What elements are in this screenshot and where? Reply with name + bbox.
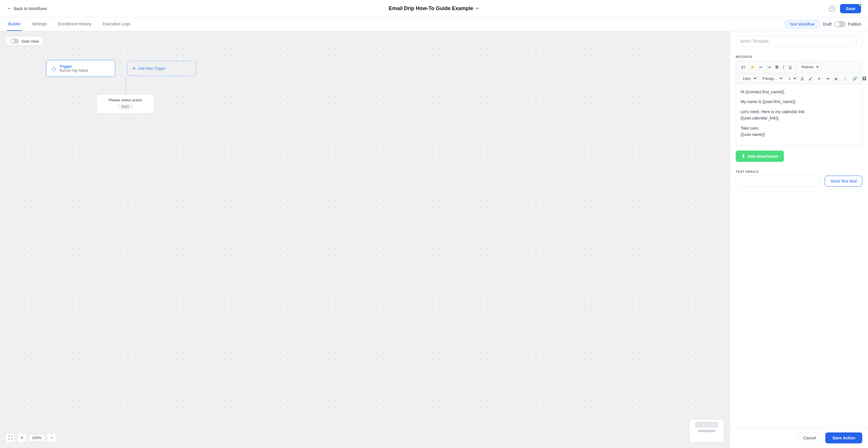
editor-line-4: Take care,{{user.name}} [741,125,857,138]
text-color-button[interactable]: A [799,75,805,82]
trigger-row: ◇ Trigger Nurture Tag Added + Add New Tr… [46,60,196,77]
stats-view-toggle[interactable]: Stats View [6,37,43,45]
chevron-down-icon: ⌄ [855,39,858,43]
toolbar-divider-1 [796,64,796,70]
header-center: Email Drip How-To Guide Example ✏ [389,5,479,11]
mini-map [689,419,724,442]
mini-map-node [695,422,718,427]
indent-button[interactable]: ⇥ [824,75,831,82]
test-workflow-button[interactable]: Test Workflow [785,20,819,29]
test-emails-label: TEST EMAILS [736,170,862,173]
editor-toolbar-row1: 🏷 ⚡ ↩ ↪ B I U Roboto [736,61,862,73]
panel-footer: Cancel Save Action [730,427,868,448]
tabs-bar: Builder Settings Enrollment History Exec… [0,17,868,31]
tabs-left: Builder Settings Enrollment History Exec… [7,17,131,31]
history-icon[interactable]: 🕐 [828,5,835,12]
editor-line-3: Let's meet. Here is my calendar link:{{u… [741,108,857,122]
right-panel: Select Template ⌄ MESSAGE 🏷 ⚡ ↩ ↪ B I U … [730,31,868,448]
unsaved-indicator [859,3,862,6]
action-node[interactable]: Please select action END [97,94,154,113]
tabs-right: Test Workflow Draft Publish [785,20,861,29]
trigger-text: Trigger Nurture Tag Added [59,64,88,73]
message-editor-body[interactable]: Hi {{contact.first_name}}, My name is {{… [736,84,862,146]
draft-publish-toggle: Draft Publish [823,21,861,27]
edit-icon[interactable]: ✏ [475,6,479,11]
back-arrow-icon: ← [7,5,12,11]
trigger-sublabel: Nurture Tag Added [59,69,88,73]
header-right: 🕐 Save [828,4,861,13]
select-template-section: Select Template ⌄ [730,31,868,51]
back-to-workflows-link[interactable]: ← Back to Workflows [7,5,47,11]
toggle-slider [834,21,845,27]
trigger-node[interactable]: ◇ Trigger Nurture Tag Added [46,60,115,77]
publish-toggle[interactable] [834,21,845,27]
workflow-title: Email Drip How-To Guide Example [389,5,473,11]
message-section: MESSAGE 🏷 ⚡ ↩ ↪ B I U Roboto 14px [730,51,868,146]
link-button[interactable]: 🔗 [850,75,859,82]
save-button[interactable]: Save [840,4,861,13]
add-trigger-plus-icon: + [132,65,136,71]
upload-icon: ⬆ [742,153,745,159]
test-emails-row: Send Test Mail [736,176,862,186]
underline-button[interactable]: U [787,64,793,71]
lightning-icon-button[interactable]: ⚡ [748,64,756,71]
workflow-canvas[interactable]: Stats View ◇ Trigger Nurture Tag Added +… [0,31,730,448]
redo-button[interactable]: ↪ [766,64,773,71]
paragraph-select[interactable]: Paragr... [760,75,783,82]
add-attachment-label: Add attachment [748,154,778,159]
editor-line-1: Hi {{contact.first_name}}, [741,89,857,95]
stats-view-switch[interactable] [10,39,19,44]
header: ← Back to Workflows Email Drip How-To Gu… [0,0,868,17]
zoom-in-button[interactable]: + [17,433,27,442]
publish-label: Publish [848,22,861,27]
number-select[interactable]: 1 [785,75,797,82]
highlight-button[interactable]: 🖊 [807,75,814,82]
test-email-input[interactable] [736,176,821,186]
connector-line [125,77,126,94]
send-test-mail-button[interactable]: Send Test Mail [825,176,862,186]
header-left: ← Back to Workflows [7,5,47,11]
bold-button[interactable]: B [774,64,780,71]
tab-builder[interactable]: Builder [7,17,22,31]
zoom-level: 100% [29,434,45,441]
font-size-select[interactable]: 14px [740,75,757,82]
undo-button[interactable]: ↩ [757,64,765,71]
tag-icon-button[interactable]: 🏷 [740,64,747,71]
tab-settings[interactable]: Settings [31,17,48,31]
zoom-out-button[interactable]: − [47,433,56,442]
add-attachment-button[interactable]: ⬆ Add attachment [736,150,784,162]
more-options-button[interactable]: ⋮ [841,75,849,82]
trigger-icon: ◇ [52,65,56,72]
select-template-placeholder: Select Template [740,39,769,43]
editor-toolbar-row2: 14px Paragr... 1 A 🖊 ≡ ⇥ ≣ ⋮ 🔗 🖼 </> [736,73,862,84]
list-button[interactable]: ≡ [816,75,822,82]
trigger-label: Trigger [59,64,88,69]
main: Stats View ◇ Trigger Nurture Tag Added +… [0,31,868,448]
test-emails-section: TEST EMAILS Send Test Mail [730,166,868,190]
back-label: Back to Workflows [14,6,47,11]
action-label: Please select action [102,98,148,102]
italic-button[interactable]: I [781,64,786,71]
canvas-content: ◇ Trigger Nurture Tag Added + Add New Tr… [46,60,196,113]
message-label: MESSAGE [736,55,862,59]
attachment-section: ⬆ Add attachment [730,146,868,166]
canvas-controls: ⛶ + 100% − [6,433,56,442]
mini-map-line [698,430,715,432]
cancel-button[interactable]: Cancel [797,433,822,443]
image-button[interactable]: 🖼 [861,75,868,82]
fullscreen-button[interactable]: ⛶ [6,433,15,442]
editor-line-2: My name is {{user.first_name}}. [741,99,857,105]
tab-execution-logs[interactable]: Execution Logs [102,17,132,31]
stats-view-label: Stats View [21,39,39,43]
tab-enrollment-history[interactable]: Enrollment History [57,17,92,31]
font-family-select[interactable]: Roboto [798,63,820,71]
add-trigger-label: Add New Trigger [138,66,166,71]
align-button[interactable]: ≣ [833,75,839,82]
select-template-dropdown[interactable]: Select Template ⌄ [736,36,862,47]
end-badge: END [118,104,133,110]
save-action-button[interactable]: Save Action [825,433,862,443]
stats-toggle-slider [10,39,19,44]
draft-label: Draft [823,22,832,27]
add-trigger-node[interactable]: + Add New Trigger [127,61,196,76]
